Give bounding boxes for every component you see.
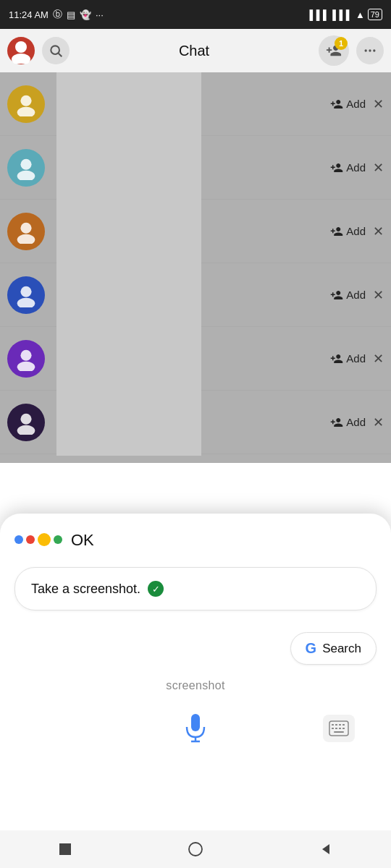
search-button[interactable] bbox=[42, 37, 70, 64]
add-friend-button[interactable]: Add bbox=[330, 98, 366, 111]
chat-avatar bbox=[7, 213, 45, 250]
status-bar: 11:24 AM ⓑ ▤ 👻 ··· ▌▌▌ ▌▌▌ ▲ 79 bbox=[0, 0, 391, 29]
add-friend-button[interactable]: Add bbox=[330, 225, 366, 238]
content-overlay bbox=[56, 72, 201, 456]
green-dot bbox=[54, 535, 62, 544]
assistant-row: OK bbox=[14, 531, 94, 550]
add-label: Add bbox=[346, 98, 366, 110]
add-friend-button[interactable]: Add bbox=[330, 416, 366, 429]
remove-button[interactable]: ✕ bbox=[373, 224, 384, 239]
page-title: Chat bbox=[77, 43, 311, 59]
mic-row bbox=[14, 710, 377, 747]
add-label: Add bbox=[346, 289, 366, 301]
svg-point-1 bbox=[12, 54, 30, 64]
notification-icon: ⓑ bbox=[53, 8, 62, 21]
svg-point-33 bbox=[189, 843, 202, 856]
svg-point-16 bbox=[17, 361, 35, 370]
more-options-button[interactable] bbox=[356, 37, 384, 64]
svg-rect-19 bbox=[191, 714, 200, 731]
svg-point-5 bbox=[369, 49, 371, 51]
check-icon: ✓ bbox=[148, 581, 164, 597]
add-label: Add bbox=[346, 225, 366, 237]
chat-actions: Add ✕ bbox=[330, 224, 384, 239]
svg-point-17 bbox=[20, 413, 31, 424]
svg-point-4 bbox=[365, 49, 367, 51]
add-label: Add bbox=[346, 352, 366, 365]
bubble-text: Take a screenshot. bbox=[31, 582, 140, 597]
svg-rect-25 bbox=[339, 724, 341, 726]
time: 11:24 AM bbox=[9, 9, 49, 20]
svg-point-2 bbox=[51, 46, 59, 54]
back-button[interactable] bbox=[313, 836, 339, 862]
remove-button[interactable]: ✕ bbox=[373, 351, 384, 367]
remove-button[interactable]: ✕ bbox=[373, 287, 384, 303]
notification-badge: 1 bbox=[335, 37, 348, 50]
svg-rect-29 bbox=[339, 728, 341, 729]
blue-dot bbox=[14, 535, 23, 544]
home-button[interactable] bbox=[182, 836, 209, 862]
chat-avatar bbox=[7, 276, 45, 314]
search-button[interactable]: G Search bbox=[290, 632, 377, 665]
svg-point-13 bbox=[20, 286, 31, 297]
nav-bar bbox=[0, 830, 391, 868]
svg-point-11 bbox=[20, 222, 31, 233]
stop-button[interactable] bbox=[52, 836, 78, 862]
search-label: Search bbox=[322, 642, 361, 656]
chat-avatar bbox=[7, 340, 45, 378]
add-contact-button[interactable]: 1 bbox=[319, 35, 349, 66]
add-friend-button[interactable]: Add bbox=[330, 161, 366, 174]
mic-button[interactable] bbox=[177, 710, 214, 747]
svg-point-8 bbox=[17, 106, 35, 116]
chat-actions: Add ✕ bbox=[330, 287, 384, 303]
chat-actions: Add ✕ bbox=[330, 96, 384, 112]
remove-button[interactable]: ✕ bbox=[373, 96, 384, 112]
chat-actions: Add ✕ bbox=[330, 351, 384, 367]
svg-point-9 bbox=[20, 158, 31, 169]
chat-avatar bbox=[7, 85, 45, 123]
signal2-icon: ▌▌▌ bbox=[332, 9, 353, 20]
chat-avatar bbox=[7, 404, 45, 441]
svg-line-3 bbox=[59, 54, 62, 57]
ok-label: OK bbox=[71, 531, 94, 550]
status-left: 11:24 AM ⓑ ▤ 👻 ··· bbox=[9, 8, 104, 21]
signal-icon: ▌▌▌ bbox=[310, 9, 330, 20]
svg-point-10 bbox=[17, 170, 35, 179]
add-label: Add bbox=[346, 161, 366, 174]
remove-button[interactable]: ✕ bbox=[373, 160, 384, 176]
chat-actions: Add ✕ bbox=[330, 160, 384, 176]
svg-point-7 bbox=[20, 95, 31, 106]
command-bubble: Take a screenshot. ✓ bbox=[14, 567, 377, 610]
google-g-icon: G bbox=[306, 640, 317, 657]
dots-icon: ··· bbox=[96, 9, 104, 20]
google-dots bbox=[14, 535, 62, 546]
svg-point-15 bbox=[20, 349, 31, 360]
remove-button[interactable]: ✕ bbox=[373, 414, 384, 430]
transcript-text: screenshot bbox=[166, 679, 224, 692]
svg-marker-34 bbox=[322, 844, 329, 854]
keyboard-button[interactable] bbox=[323, 715, 355, 742]
add-label: Add bbox=[346, 416, 366, 428]
status-right: ▌▌▌ ▌▌▌ ▲ 79 bbox=[310, 9, 382, 20]
bottom-sheet: OK Take a screenshot. ✓ G Search screens… bbox=[0, 514, 391, 868]
svg-rect-28 bbox=[335, 728, 337, 729]
app-header: Chat 1 bbox=[0, 29, 391, 72]
yellow-dot bbox=[38, 533, 51, 546]
chat-area: Add ✕ Add ✕ bbox=[0, 72, 391, 463]
user-avatar[interactable] bbox=[7, 37, 35, 64]
ghost-icon: 👻 bbox=[80, 9, 91, 20]
add-friend-button[interactable]: Add bbox=[330, 352, 366, 365]
svg-point-6 bbox=[373, 49, 375, 51]
svg-point-14 bbox=[17, 297, 35, 307]
svg-rect-31 bbox=[334, 731, 344, 733]
svg-rect-24 bbox=[335, 724, 337, 726]
svg-rect-23 bbox=[332, 724, 334, 726]
chat-actions: Add ✕ bbox=[330, 414, 384, 430]
svg-rect-26 bbox=[342, 724, 345, 726]
media-icon: ▤ bbox=[67, 9, 75, 20]
wifi-icon: ▲ bbox=[356, 9, 365, 20]
svg-point-12 bbox=[17, 234, 35, 243]
red-dot bbox=[26, 535, 35, 544]
battery: 79 bbox=[368, 9, 382, 20]
add-friend-button[interactable]: Add bbox=[330, 289, 366, 302]
svg-point-18 bbox=[17, 425, 35, 434]
